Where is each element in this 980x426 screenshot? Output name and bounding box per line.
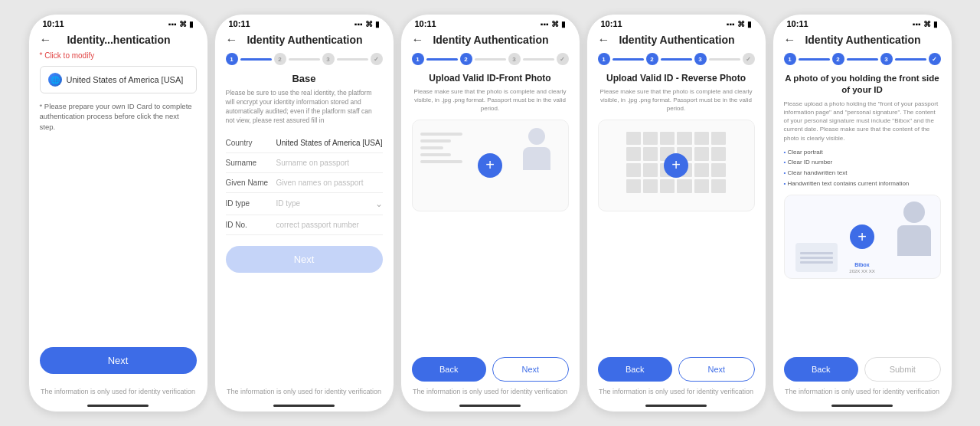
surname-label: Surname xyxy=(226,159,270,167)
country-selector[interactable]: 🌐 United States of America [USA] xyxy=(40,66,197,93)
next-button-1[interactable]: Next xyxy=(40,347,197,374)
back-button-3[interactable]: Back xyxy=(412,357,487,382)
selfie-body xyxy=(897,225,931,256)
grid-cell xyxy=(660,179,675,193)
home-indicator-3 xyxy=(459,405,521,407)
upload-box-reverse[interactable]: + xyxy=(598,120,755,211)
step3-dot-3: 3 xyxy=(508,53,521,65)
back-button-4[interactable]: Back xyxy=(598,357,673,382)
step-dot-1: 1 xyxy=(226,53,238,65)
chevron-down-icon: ⌄ xyxy=(375,198,383,209)
upload-heading-3: Upload Valid ID-Front Photo xyxy=(412,73,569,84)
upload-box-front[interactable]: + xyxy=(412,120,569,211)
grid-cell xyxy=(711,132,726,146)
id-line-3 xyxy=(420,146,443,149)
next-button-3[interactable]: Next xyxy=(492,357,569,382)
step4-dot-3: 3 xyxy=(694,53,707,65)
idno-label: ID No. xyxy=(226,221,270,229)
grid-cell xyxy=(626,132,641,146)
selfie-person-icon xyxy=(897,202,931,256)
upload-plus-icon[interactable]: + xyxy=(478,153,502,178)
battery-icon-4: ▮ xyxy=(747,20,752,28)
next-button-2[interactable]: Next xyxy=(226,246,383,273)
content-5: A photo of you holding the front side of… xyxy=(773,73,952,382)
home-indicator-1 xyxy=(87,405,149,407)
small-line-2 xyxy=(800,257,833,259)
bullet-3: Clear handwritten text xyxy=(784,168,941,179)
back-arrow-3[interactable]: ← xyxy=(412,33,424,47)
grid-cell xyxy=(626,147,641,161)
back-arrow-4[interactable]: ← xyxy=(598,33,610,47)
next-button-4[interactable]: Next xyxy=(678,357,755,382)
status-bar-4: 10:11 ▪▪▪ ⌘ ▮ xyxy=(587,15,766,30)
title-2: Identity Authentication xyxy=(244,34,366,46)
surname-placeholder: Surname on passport xyxy=(276,159,383,167)
home-indicator-4 xyxy=(645,405,707,407)
grid-cell xyxy=(677,179,691,193)
selfie-head xyxy=(903,202,925,223)
form-idtype[interactable]: ID type ID type ⌄ xyxy=(226,193,383,215)
id-person-icon xyxy=(518,128,556,182)
bibox-label: Bibox xyxy=(854,262,869,267)
upload-info-4: Please make sure that the photo is compl… xyxy=(598,87,755,113)
back-button-5[interactable]: Back xyxy=(784,357,859,382)
progress-bar-2: 1 2 3 ✓ xyxy=(226,51,383,65)
upload-plus-icon-selfie[interactable]: + xyxy=(850,224,874,249)
selfie-info: Please upload a photo holding the "front… xyxy=(784,100,941,143)
selfie-upload-box[interactable]: + Bibox 202X XX XX xyxy=(784,195,941,279)
wifi-icon-3: ⌘ xyxy=(551,20,559,28)
step5-dot-check: ✓ xyxy=(929,53,941,65)
back-arrow-1[interactable]: ← xyxy=(40,33,52,47)
status-icons-3: ▪▪▪ ⌘ ▮ xyxy=(541,20,566,28)
id-illustration-front: + xyxy=(413,120,568,211)
status-bar-5: 10:11 ▪▪▪ ⌘ ▮ xyxy=(773,15,952,30)
bullet-1: Clear portrait xyxy=(784,147,941,158)
status-icons-2: ▪▪▪ ⌘ ▮ xyxy=(354,20,380,28)
bullet-2: Clear ID number xyxy=(784,157,941,168)
footer-3: The information is only used for identit… xyxy=(401,382,580,405)
step-seg-1 xyxy=(240,58,272,61)
back-arrow-2[interactable]: ← xyxy=(226,33,238,47)
id-line-1 xyxy=(420,133,462,136)
form-country: Country United States of America [USA] xyxy=(226,133,383,153)
home-indicator-2 xyxy=(273,405,335,407)
selfie-bullets: Clear portrait Clear ID number Clear han… xyxy=(784,147,941,188)
content-3: Upload Valid ID-Front Photo Please make … xyxy=(401,73,580,382)
upload-info-3: Please make sure that the photo is compl… xyxy=(412,87,569,113)
header-4: ← Identity Authentication xyxy=(587,30,766,51)
btn-row-5: Back Submit xyxy=(784,357,941,382)
date-label: 202X XX XX xyxy=(849,269,874,274)
step-seg-3 xyxy=(337,58,368,61)
upload-plus-icon-reverse[interactable]: + xyxy=(664,153,688,178)
step-dot-3: 3 xyxy=(322,53,335,65)
footer-4: The information is only used for identit… xyxy=(587,382,766,405)
globe-icon: 🌐 xyxy=(48,73,62,87)
phone-screen-5: 10:11 ▪▪▪ ⌘ ▮ ← Identity Authentication … xyxy=(773,14,952,412)
submit-button[interactable]: Submit xyxy=(864,357,941,382)
form-idno: ID No. correct passport number xyxy=(226,215,383,235)
content-2: Base Please be sure to use the real iden… xyxy=(215,73,394,382)
wifi-icon-5: ⌘ xyxy=(923,20,931,28)
wifi-icon-2: ⌘ xyxy=(365,20,373,28)
time-5: 10:11 xyxy=(787,19,808,28)
grid-cell xyxy=(660,132,675,146)
grid-cell xyxy=(711,147,726,161)
info-text-2: Please be sure to use the real identity,… xyxy=(226,89,383,126)
form-surname: Surname Surname on passport xyxy=(226,153,383,173)
time-3: 10:11 xyxy=(415,19,436,28)
bullet-4: Handwritten text contains current inform… xyxy=(784,179,941,189)
header-5: ← Identity Authentication xyxy=(773,30,952,51)
status-bar-2: 10:11 ▪▪▪ ⌘ ▮ xyxy=(215,15,394,30)
back-arrow-5[interactable]: ← xyxy=(784,33,796,47)
signal-icon-3: ▪▪▪ xyxy=(541,20,549,28)
grid-cell xyxy=(711,179,726,193)
header-2: ← Identity Authentication xyxy=(215,30,394,51)
status-icons-1: ▪▪▪ ⌘ ▮ xyxy=(168,20,194,28)
battery-icon-5: ▮ xyxy=(933,20,938,28)
title-3: Identity Authentication xyxy=(430,34,552,46)
idno-placeholder: correct passport number xyxy=(276,221,383,229)
progress-bar-4: 1 2 3 ✓ xyxy=(598,51,755,65)
battery-icon-3: ▮ xyxy=(561,20,566,28)
step4-seg-3 xyxy=(709,58,740,61)
grid-cell xyxy=(643,179,658,193)
